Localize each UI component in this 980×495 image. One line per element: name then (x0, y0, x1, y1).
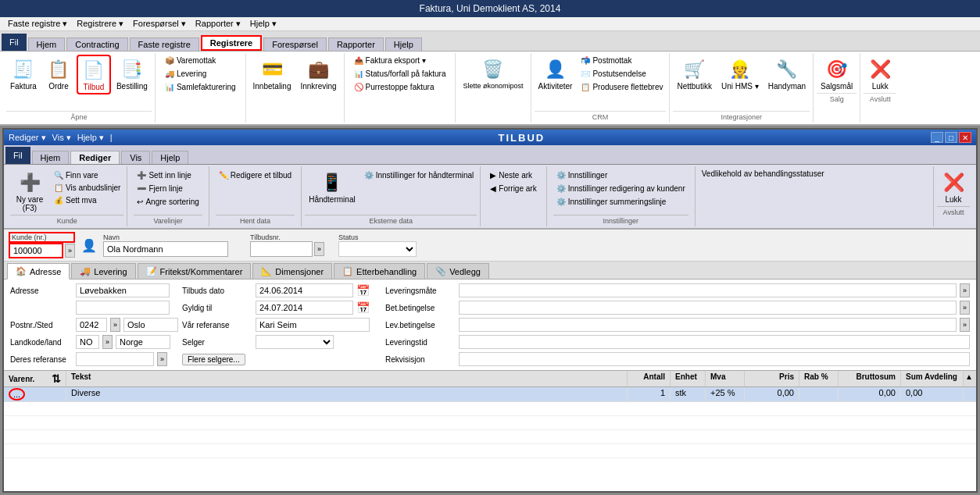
top-menu-item-foresporsel[interactable]: Forespørsel ▾ (128, 18, 191, 30)
uni-hms-btn[interactable]: 👷 Uni HMS ▾ (717, 55, 763, 93)
table-row-empty-3[interactable] (4, 430, 976, 444)
sted-input[interactable] (123, 318, 178, 332)
levering-btn[interactable]: 🚚Levering (162, 68, 239, 80)
salgsmaal-btn[interactable]: 🎯 Salgsmål (817, 55, 857, 93)
inner-tab-hjem[interactable]: Hjem (32, 151, 70, 164)
postnr-input[interactable] (76, 318, 107, 332)
main-tab-registrere[interactable]: Registrere (201, 35, 262, 51)
varemottak-btn[interactable]: 📦Varemottak (162, 55, 239, 66)
table-row-empty-4[interactable] (4, 444, 976, 458)
ny-vare-btn[interactable]: ➕ Ny vare(F3) (10, 168, 49, 215)
main-tab-rapporter[interactable]: Rapporter (328, 37, 384, 51)
adresse-input[interactable] (76, 283, 170, 297)
top-menu-item-rapporter[interactable]: Rapporter ▾ (191, 18, 245, 30)
inner-hjelp-menu[interactable]: Hjelp ▾ (77, 133, 104, 143)
angre-sortering-btn[interactable]: ↩Angre sortering (134, 196, 202, 208)
inner-tab-hjelp[interactable]: Hjelp (152, 151, 188, 164)
close-btn[interactable]: ✕ (959, 132, 971, 143)
landkode-input[interactable] (76, 335, 99, 349)
leveringsmaat-arrow[interactable]: » (960, 283, 970, 297)
aktiviteter-btn[interactable]: 👤 Aktiviteter (535, 55, 577, 93)
innbetaling-btn[interactable]: 💳 Innbetaling (249, 55, 295, 93)
tilbud-btn[interactable]: 📄 Tilbud (77, 55, 111, 94)
main-tab-forespørsel[interactable]: Forespørsel (263, 37, 327, 51)
sett-mva-btn[interactable]: 💰Sett mva (51, 194, 123, 206)
gyldig-til-calendar[interactable]: 📅 (356, 301, 370, 314)
bet-betingelse-input[interactable] (459, 301, 957, 315)
navn-input[interactable] (103, 241, 228, 257)
varenr-cell[interactable]: ... (9, 388, 25, 401)
handyman-btn[interactable]: 🔧 Handyman (764, 55, 810, 93)
status-forfall-btn[interactable]: 📊Status/forfall på faktura (351, 68, 449, 80)
innstillinger-redigering-btn[interactable]: ⚙️Innstillinger redigering av kundenr (553, 183, 689, 194)
tilbudsnr-input[interactable] (250, 241, 313, 257)
minimize-btn[interactable]: _ (931, 132, 943, 143)
finn-vare-btn[interactable]: 🔍Finn vare (51, 169, 123, 181)
faktura-btn[interactable]: 🧾 Faktura (6, 55, 41, 93)
rekvision-input[interactable] (459, 352, 970, 366)
leveringstid-input[interactable] (459, 335, 970, 349)
lev-betingelse-input[interactable] (459, 318, 957, 332)
main-file-tab[interactable]: Fil (2, 34, 27, 51)
status-select[interactable] (338, 241, 417, 257)
vis-anbudslinjer-btn[interactable]: 📋Vis anbudslinjer (51, 182, 123, 194)
top-menu-item-registrere[interactable]: Registrere ▾ (72, 18, 128, 30)
tab-etterbehandling[interactable]: 📋 Etterbehandling (334, 263, 425, 279)
adresse-input-2[interactable] (76, 301, 170, 315)
neste-ark-btn[interactable]: ▶Neste ark (487, 169, 539, 181)
inner-vis-menu[interactable]: Vis ▾ (52, 133, 71, 143)
slette-btn[interactable]: 🗑️ Slette økonomipost (459, 55, 527, 92)
purrestoppe-btn[interactable]: 🚫Purrestoppe faktura (351, 81, 449, 93)
inner-tab-vis[interactable]: Vis (121, 151, 150, 164)
gyldig-til-input[interactable] (256, 301, 353, 315)
postutsendelse-btn[interactable]: ✉️Postutsendelse (578, 68, 666, 80)
deres-ref-arrow[interactable]: » (157, 352, 167, 366)
fjern-linje-btn[interactable]: ➖Fjern linje (134, 183, 202, 194)
innstillinger-btn[interactable]: ⚙️Innstillinger (553, 169, 689, 181)
tilbudsnr-arrow-btn[interactable]: » (314, 242, 324, 256)
kunde-nr-input[interactable] (9, 243, 63, 258)
samlefakturering-btn[interactable]: 📊Samlefakturering (162, 81, 239, 93)
tab-dimensjoner[interactable]: 📐 Dimensjoner (252, 263, 332, 279)
deres-ref-input[interactable] (76, 352, 154, 366)
top-menu-item-hjelp[interactable]: Hjelp ▾ (245, 18, 281, 30)
tab-levering[interactable]: 🚚 Levering (71, 263, 135, 279)
kunde-arrow-btn[interactable]: » (65, 244, 75, 258)
haandterminal-btn[interactable]: 📱 Håndterminal (305, 168, 359, 215)
lev-betingelse-arrow[interactable]: » (960, 318, 970, 332)
main-lukk-btn[interactable]: ❌ Lukk (864, 55, 896, 93)
innkreving-btn[interactable]: 💼 Innkreving (296, 55, 340, 93)
postnr-arrow[interactable]: » (110, 318, 120, 332)
bestilling-btn[interactable]: 📑 Bestilling (113, 55, 152, 93)
tilbuds-dato-calendar[interactable]: 📅 (356, 284, 370, 297)
sett-inn-linje-btn[interactable]: ➕Sett inn linje (134, 169, 202, 181)
redigere-tilbud-btn[interactable]: ✏️Redigere et tilbud (216, 169, 295, 181)
flettebrev-btn[interactable]: 📋Produsere flettebrev (578, 81, 666, 93)
postmottak-btn[interactable]: 📬Postmottak (578, 55, 666, 66)
maximize-btn[interactable]: □ (945, 132, 957, 143)
landkode-arrow[interactable]: » (102, 335, 113, 349)
bet-betingelse-arrow[interactable]: » (960, 301, 970, 315)
tilbuds-dato-input[interactable] (256, 283, 353, 297)
innstillinger-haandterminal-btn[interactable]: ⚙️Innstillinger for håndterminal (361, 169, 477, 181)
inner-file-tab[interactable]: Fil (5, 147, 30, 164)
inner-tab-rediger[interactable]: Rediger (70, 151, 120, 164)
ordre-btn[interactable]: 📋 Ordre (42, 55, 75, 93)
nettbutikk-btn[interactable]: 🛒 Nettbutikk (673, 55, 715, 93)
land-input[interactable] (116, 335, 170, 349)
main-tab-faste[interactable]: Faste registre (130, 37, 199, 51)
inner-rediger-menu[interactable]: Rediger ▾ (9, 133, 46, 143)
inner-lukk-btn[interactable]: ❌ Lukk (937, 168, 970, 206)
table-row-empty-2[interactable] (4, 416, 976, 430)
tab-fritekst[interactable]: 📝 Fritekst/Kommentarer (138, 263, 252, 279)
flere-selgere-btn[interactable]: Flere selgere... (182, 354, 245, 365)
leveringsmaat-input[interactable] (459, 283, 957, 297)
var-referanse-input[interactable] (256, 318, 370, 332)
forrige-ark-btn[interactable]: ◀Forrige ark (487, 183, 539, 194)
innstillinger-summeringslinje-btn[interactable]: ⚙️Innstillinger summeringslinje (553, 196, 689, 208)
tab-vedlegg[interactable]: 📎 Vedlegg (427, 263, 489, 279)
tab-adresse[interactable]: 🏠 Adresse (7, 263, 70, 280)
main-tab-contracting[interactable]: Contracting (66, 37, 127, 51)
top-menu-item-faste[interactable]: Faste registre ▾ (3, 18, 72, 30)
main-tab-hjelp[interactable]: Hjelp (385, 37, 422, 51)
